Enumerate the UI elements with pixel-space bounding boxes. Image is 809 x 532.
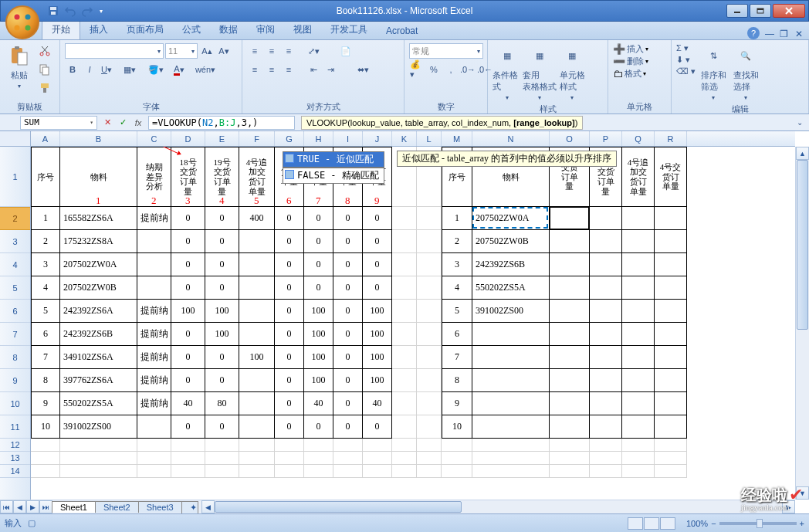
cell[interactable] [472, 346, 550, 369]
cell[interactable] [304, 465, 333, 478]
cell[interactable]: 7 [31, 346, 60, 369]
cell[interactable] [417, 346, 442, 369]
col-header-J[interactable]: J [363, 131, 392, 146]
cell[interactable] [622, 230, 655, 253]
font-color-button[interactable]: A▾ [168, 62, 190, 77]
cell[interactable] [655, 369, 687, 392]
formula-cancel[interactable]: ✕ [100, 116, 114, 130]
formula-intellisense[interactable]: TRUE - 近似匹配 FALSE - 精确匹配 [283, 151, 384, 184]
fill[interactable]: ⬇ ▾ [676, 55, 696, 65]
cell[interactable] [417, 415, 442, 439]
cell[interactable]: 0 [275, 253, 304, 276]
cell[interactable]: 7 [442, 346, 472, 369]
view-page-layout[interactable] [644, 517, 659, 530]
align-left[interactable]: ≡ [247, 62, 262, 77]
cell[interactable] [239, 415, 275, 439]
tab-review[interactable]: 审阅 [247, 20, 284, 39]
cell[interactable] [239, 369, 275, 392]
cell[interactable]: 0 [275, 415, 304, 439]
cell[interactable]: 0 [171, 207, 205, 230]
cell[interactable]: 提前纳 [137, 392, 171, 415]
cell[interactable]: 8 [31, 369, 60, 392]
cell[interactable] [239, 300, 275, 323]
cell-styles-button[interactable]: ▦单元格 样式▾ [557, 43, 587, 101]
formula-bar-expand[interactable]: ⌄ [794, 118, 806, 127]
cell[interactable]: 207502ZW0B [60, 276, 137, 300]
isense-option-true[interactable]: TRUE - 近似匹配 [283, 151, 384, 168]
tab-nav-last[interactable]: ⏭ [39, 500, 52, 513]
workbook-restore[interactable]: ❐ [778, 29, 789, 39]
scroll-left[interactable]: ◀ [201, 500, 215, 513]
cell[interactable]: 100 [363, 369, 392, 392]
col-header-R[interactable]: R [655, 131, 687, 146]
percent-button[interactable]: % [426, 62, 442, 77]
cell[interactable]: 0 [275, 323, 304, 346]
orientation[interactable]: ⤢▾ [306, 43, 321, 59]
cell-grid[interactable]: TRUE - 近似匹配 FALSE - 精确匹配 近似匹配 - table_ar… [31, 147, 795, 500]
cell[interactable]: 8 [442, 369, 472, 392]
col-header-L[interactable]: L [417, 131, 442, 146]
cell[interactable] [655, 300, 687, 323]
cell[interactable]: 0 [205, 207, 239, 230]
cell[interactable]: 0 [363, 207, 392, 230]
decrease-indent[interactable]: ⇤ [306, 62, 321, 77]
row-header-5[interactable]: 5 [0, 276, 30, 300]
cell[interactable] [171, 439, 205, 452]
cell[interactable] [622, 465, 655, 478]
cell[interactable] [392, 346, 417, 369]
cell[interactable]: 0 [333, 300, 363, 323]
cell[interactable] [304, 452, 333, 465]
cell[interactable]: 0 [363, 415, 392, 439]
cell[interactable]: 100 [205, 300, 239, 323]
cell[interactable]: 0 [205, 253, 239, 276]
cell[interactable]: 0 [333, 346, 363, 369]
cell[interactable] [275, 439, 304, 452]
cell[interactable]: 550202ZS5A [472, 276, 550, 300]
cell[interactable] [622, 276, 655, 300]
cell[interactable]: 397762ZS6A [60, 369, 137, 392]
cell[interactable] [590, 300, 622, 323]
cell[interactable] [137, 253, 171, 276]
find-select-button[interactable]: 🔍查找和 选择▾ [731, 43, 760, 101]
cell[interactable] [333, 439, 363, 452]
col-header-G[interactable]: G [275, 131, 304, 146]
cell[interactable]: 100 [304, 323, 333, 346]
cell[interactable]: 1 [31, 207, 60, 230]
cell[interactable]: 0 [275, 207, 304, 230]
cell[interactable]: 165582ZS6A [60, 207, 137, 230]
cell[interactable]: 0 [333, 392, 363, 415]
cell[interactable]: 0 [171, 415, 205, 439]
cell[interactable] [622, 207, 655, 230]
col-header-D[interactable]: D [171, 131, 205, 146]
cell[interactable]: 3 [31, 253, 60, 276]
cell[interactable]: 2 [31, 230, 60, 253]
cell[interactable] [590, 439, 622, 452]
col-header-A[interactable]: A [31, 131, 60, 146]
cell[interactable]: 391002ZS00 [472, 300, 550, 323]
cell[interactable] [550, 465, 590, 478]
cell[interactable] [550, 276, 590, 300]
vertical-scrollbar[interactable]: ▲ ▼ [795, 147, 809, 500]
cell[interactable] [205, 465, 239, 478]
sheet-tab-2[interactable]: Sheet2 [95, 501, 139, 513]
cell[interactable]: 100 [363, 323, 392, 346]
cell[interactable] [417, 465, 442, 478]
increase-decimal[interactable]: .0→ [460, 62, 476, 77]
cell[interactable] [239, 392, 275, 415]
cell[interactable] [550, 230, 590, 253]
cell[interactable] [392, 415, 417, 439]
cell[interactable] [304, 439, 333, 452]
col-header-N[interactable]: N [472, 131, 550, 146]
cell[interactable] [590, 346, 622, 369]
help-button[interactable]: ? [747, 27, 760, 39]
row-header-3[interactable]: 3 [0, 230, 30, 253]
zoom-thumb[interactable] [757, 519, 763, 528]
row-headers[interactable]: 1234567891011121314 [0, 147, 31, 500]
cell[interactable] [550, 253, 590, 276]
paste-button[interactable]: 粘贴 ▾ [5, 43, 34, 90]
cell[interactable] [239, 230, 275, 253]
cell[interactable] [550, 369, 590, 392]
cell[interactable]: 0 [205, 276, 239, 300]
new-sheet-tab[interactable]: ✦ [181, 501, 198, 513]
cell[interactable]: 0 [171, 253, 205, 276]
